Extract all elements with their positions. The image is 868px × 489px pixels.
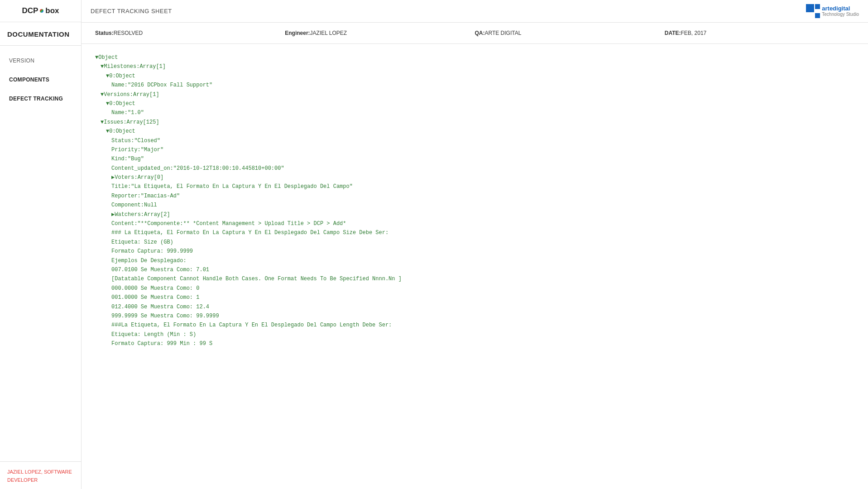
logo-box-icon — [40, 9, 43, 13]
logo-area: DCP box — [0, 0, 81, 22]
code-line: Name:"2016 DCPbox Fall Support" — [95, 81, 854, 90]
code-line: ▼0:Object — [95, 99, 854, 108]
brand-logo: artedigital Technology Studio — [806, 4, 859, 18]
main-content: DEFECT TRACKING SHEET artedigital Techno… — [82, 0, 868, 489]
brand-square-3 — [815, 13, 820, 18]
code-line: Formato Captura: 999.9999 — [95, 247, 854, 256]
logo-circle-icon — [40, 9, 43, 13]
code-line: 012.4000 Se Muestra Como: 12.4 — [95, 302, 854, 312]
code-line: Priority:"Major" — [95, 145, 854, 154]
engineer-item: Engineer:JAZIEL LOPEZ — [285, 30, 475, 36]
doc-title-area: DOCUMENTATION — [0, 22, 81, 46]
code-line: 999.9999 Se Muestra Como: 99.9999 — [95, 312, 854, 321]
topbar: DEFECT TRACKING SHEET artedigital Techno… — [82, 0, 868, 23]
sidebar: DCP box DOCUMENTATION VERSION COMPONENTS… — [0, 0, 82, 489]
code-line: ▼Milestones:Array[1] — [95, 62, 854, 71]
sidebar-item-defect-tracking[interactable]: DEFECT TRACKING — [0, 89, 81, 108]
date-label: DATE: — [665, 30, 681, 36]
code-line: Ejemplos De Desplegado: — [95, 256, 854, 265]
brand-icon — [806, 4, 820, 18]
code-line: Etiqueta: Size (GB) — [95, 238, 854, 247]
user-link[interactable]: JAZIEL LOPEZ, SOFTWARE DEVELOPER — [7, 469, 72, 483]
code-line: ▼Object — [95, 53, 854, 62]
footer-user-area: JAZIEL LOPEZ, SOFTWARE DEVELOPER — [0, 461, 81, 489]
code-line: 001.0000 Se Muestra Como: 1 — [95, 293, 854, 302]
status-item: Status:RESOLVED — [95, 30, 285, 36]
app-logo: DCP box — [22, 6, 59, 15]
code-line: ###La Etiqueta, El Formato En La Captura… — [95, 321, 854, 330]
code-line: Status:"Closed" — [95, 136, 854, 145]
sidebar-item-components[interactable]: COMPONENTS — [0, 70, 81, 89]
code-line: Reporter:"Imacias-Ad" — [95, 192, 854, 201]
code-line: Content_updated_on:"2016-10-12T18:00:10.… — [95, 164, 854, 173]
code-line: Etiqueta: Length (Min : S) — [95, 330, 854, 339]
code-line: [Datatable Component Cannot Handle Both … — [95, 274, 854, 283]
engineer-value: JAZIEL LOPEZ — [310, 30, 347, 36]
content-area: ▼Object▼Milestones:Array[1]▼0:ObjectName… — [82, 44, 868, 489]
status-label: Status: — [95, 30, 114, 36]
status-value: RESOLVED — [114, 30, 143, 36]
brand-square-1 — [806, 4, 814, 12]
code-line: Formato Captura: 999 Min : 99 S — [95, 339, 854, 348]
code-line: Content:"**Componente:** *Content Manage… — [95, 219, 854, 228]
code-line: ▼0:Object — [95, 72, 854, 81]
code-line: Title:"La Etiqueta, El Formato En La Cap… — [95, 182, 854, 191]
qa-label: QA: — [475, 30, 485, 36]
sidebar-item-version[interactable]: VERSION — [0, 51, 81, 70]
brand-square-2 — [815, 4, 820, 9]
brand-name: artedigital Technology Studio — [822, 5, 859, 18]
code-line: Component:Null — [95, 201, 854, 210]
logo-box-text: box — [45, 6, 59, 15]
code-line: Name:"1.0" — [95, 108, 854, 117]
qa-value: ARTE DIGITAL — [485, 30, 522, 36]
code-line: ▼0:Object — [95, 127, 854, 136]
status-bar: Status:RESOLVED Engineer:JAZIEL LOPEZ QA… — [82, 23, 868, 44]
page-title: DEFECT TRACKING SHEET — [91, 8, 172, 14]
engineer-label: Engineer: — [285, 30, 310, 36]
code-line: Kind:"Bug" — [95, 154, 854, 163]
sidebar-nav: VERSION COMPONENTS DEFECT TRACKING — [0, 46, 81, 461]
code-line: 000.0000 Se Muestra Como: 0 — [95, 284, 854, 293]
documentation-title: DOCUMENTATION — [7, 30, 74, 38]
code-block: ▼Object▼Milestones:Array[1]▼0:ObjectName… — [95, 53, 854, 349]
code-line: ▼Issues:Array[125] — [95, 118, 854, 127]
date-item: DATE:FEB, 2017 — [665, 30, 854, 36]
code-line: 007.0100 Se Muestra Como: 7.01 — [95, 265, 854, 274]
code-line: ▶Watchers:Array[2] — [95, 210, 854, 219]
code-line: ▶Voters:Array[0] — [95, 173, 854, 182]
code-line: ### La Etiqueta, El Formato En La Captur… — [95, 228, 854, 237]
logo-dcp-text: DCP — [22, 6, 38, 15]
qa-item: QA:ARTE DIGITAL — [475, 30, 665, 36]
code-line: ▼Versions:Array[1] — [95, 90, 854, 99]
date-value: FEB, 2017 — [681, 30, 707, 36]
